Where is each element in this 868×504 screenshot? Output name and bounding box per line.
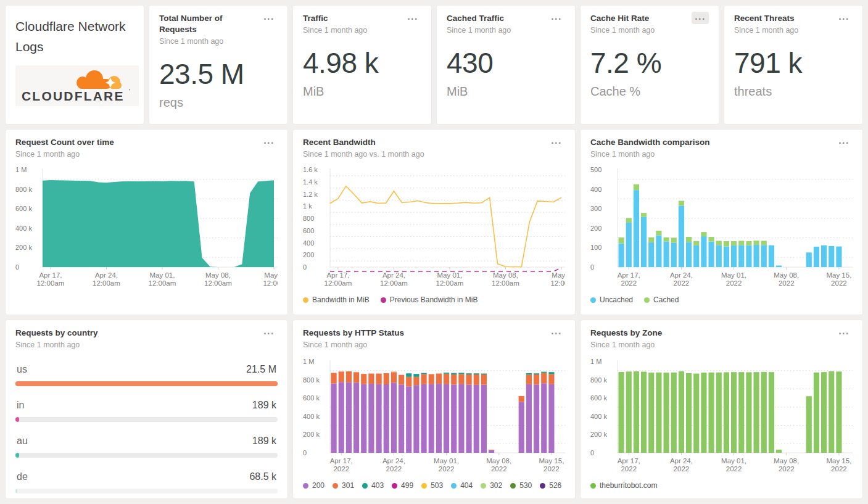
panel-cache-bandwidth: Cache Bandwidth comparison Since 1 month… — [580, 129, 863, 315]
panel-title: Cache Bandwidth comparison — [590, 137, 710, 148]
svg-text:Apr 17,2022: Apr 17,2022 — [618, 457, 640, 473]
legend-item[interactable]: 524 — [303, 498, 324, 499]
svg-text:200 k: 200 k — [303, 431, 320, 439]
svg-text:Apr 17,2022: Apr 17,2022 — [330, 457, 353, 473]
more-options-button[interactable]: ... — [548, 136, 565, 148]
more-options-button[interactable]: ... — [404, 12, 421, 24]
svg-text:300: 300 — [590, 205, 601, 212]
legend-label: Cached — [653, 295, 679, 304]
card-subtitle: Since 1 month ago — [303, 26, 367, 35]
panel-subtitle: Since 1 month ago vs. 1 month ago — [303, 150, 424, 159]
country-bar-fill — [15, 381, 278, 386]
requests-by-zone-canvas: 1 M800 k600 k400 k200 k0Apr 17,2022Apr 2… — [590, 357, 853, 477]
svg-text:600 k: 600 k — [590, 394, 607, 402]
chart-legend: theburritobot.com — [590, 481, 853, 490]
country-value: 21.5 M — [246, 364, 276, 375]
country-bar-track — [15, 453, 278, 458]
svg-text:600 k: 600 k — [303, 394, 320, 402]
legend-item[interactable]: 499 — [392, 481, 413, 490]
svg-text:May 08,12:00am: May 08,12:00am — [204, 271, 232, 287]
card-subtitle: Since 1 month ago — [590, 26, 655, 35]
http-status-chart: 1 M800 k600 k400 k200 k0Apr 17,2022Apr 2… — [303, 357, 565, 477]
country-bar-track — [15, 381, 278, 386]
legend-item[interactable]: Uncached — [590, 295, 633, 304]
svg-text:0: 0 — [15, 263, 19, 271]
svg-text:800 k: 800 k — [590, 376, 607, 384]
country-label: de — [17, 471, 28, 482]
stat-card-cache-hit-rate: Cache Hit Rate Since 1 month ago ... 7.2… — [580, 5, 719, 125]
country-label: au — [17, 436, 28, 447]
more-options-button[interactable]: ... — [692, 12, 709, 24]
more-options-button[interactable]: ... — [260, 12, 278, 24]
card-subtitle: Since 1 month ago — [159, 37, 260, 46]
country-label: in — [17, 400, 24, 411]
legend-dot-icon — [644, 297, 650, 303]
svg-text:1.2 k: 1.2 k — [303, 191, 318, 198]
cloudflare-logo: CLOUDFLARE ' — [15, 65, 139, 106]
stat-unit: MiB — [447, 85, 565, 99]
svg-text:May 08,2022: May 08,2022 — [486, 457, 511, 473]
svg-text:600 k: 600 k — [15, 205, 32, 212]
more-options-button[interactable]: ... — [835, 136, 853, 148]
legend-item[interactable]: 301 — [333, 481, 354, 490]
svg-text:600: 600 — [303, 227, 314, 234]
legend-item[interactable]: Cached — [644, 295, 679, 304]
svg-text:1.6 k: 1.6 k — [303, 166, 318, 173]
legend-item[interactable]: 530 — [510, 481, 532, 490]
legend-dot-icon — [451, 483, 457, 489]
legend-item[interactable]: theburritobot.com — [590, 481, 657, 490]
legend-item[interactable]: 526 — [540, 481, 561, 490]
stat-card-total-requests: Total Number of Requests Since 1 month a… — [149, 5, 288, 125]
legend-item[interactable]: 200 — [303, 481, 324, 490]
svg-text:Apr 17,2022: Apr 17,2022 — [618, 271, 640, 287]
panel-subtitle: Since 1 month ago — [590, 341, 662, 349]
stat-row: Cloudflare Network Logs CLOUDFLARE ' Tot… — [5, 5, 863, 125]
svg-text:May 01,12:00am: May 01,12:00am — [436, 271, 464, 287]
legend-label: 302 — [490, 481, 502, 490]
legend-item[interactable]: 503 — [421, 481, 443, 490]
panel-title: Recent Bandwidth — [303, 137, 424, 148]
more-options-button[interactable]: ... — [835, 12, 853, 24]
more-options-button[interactable]: ... — [260, 136, 278, 148]
panel-subtitle: Since 1 month ago — [15, 341, 98, 349]
more-options-button[interactable]: ... — [835, 326, 853, 339]
more-options-button[interactable]: ... — [548, 12, 565, 24]
chart-row-2: Requests by country Since 1 month ago ..… — [5, 320, 863, 499]
card-title: Cache Hit Rate — [590, 13, 655, 24]
country-bar-track — [15, 417, 278, 422]
legend-dot-icon — [510, 483, 516, 489]
legend-item[interactable]: Previous Bandwidth in MiB — [381, 295, 478, 304]
panel-requests-by-country: Requests by country Since 1 month ago ..… — [5, 320, 288, 499]
legend-label: Bandwidth in MiB — [312, 295, 370, 304]
svg-text:May 01,2022: May 01,2022 — [721, 271, 746, 287]
stat-value: 791 k — [734, 48, 853, 78]
request-count-chart: 1 M800 k600 k400 k200 k0Apr 17,12:00amAp… — [15, 165, 278, 292]
stat-unit: reqs — [159, 96, 278, 110]
legend-item[interactable]: Bandwidth in MiB — [303, 295, 370, 304]
svg-text:Apr 17,12:00am: Apr 17,12:00am — [324, 271, 352, 287]
legend-item[interactable]: 404 — [451, 481, 473, 490]
svg-text:0: 0 — [590, 263, 594, 271]
more-options-button[interactable]: ... — [548, 326, 565, 339]
svg-text:Apr 24,12:00am: Apr 24,12:00am — [93, 271, 120, 287]
legend-item[interactable]: 302 — [481, 481, 502, 490]
legend-label: Uncached — [600, 295, 633, 304]
more-options-button[interactable]: ... — [260, 326, 278, 339]
svg-text:400 k: 400 k — [590, 413, 607, 420]
cache-bandwidth-comparison-canvas: 5004003002001000Apr 17,2022Apr 24,2022Ma… — [590, 165, 853, 292]
stat-card-traffic: Traffic Since 1 month ago ... 4.98 k MiB — [292, 5, 432, 125]
legend-item[interactable]: 403 — [362, 481, 384, 490]
country-row: de68.5 k — [15, 471, 278, 494]
card-subtitle: Since 1 month ago — [734, 26, 798, 35]
stat-unit: MiB — [303, 85, 421, 99]
svg-text:400 k: 400 k — [303, 413, 320, 420]
country-row: in189 k — [15, 400, 278, 422]
svg-text:May 08,2022: May 08,2022 — [774, 457, 799, 473]
svg-text:May 01,2022: May 01,2022 — [434, 457, 459, 473]
svg-text:800 k: 800 k — [303, 376, 320, 384]
svg-text:0: 0 — [303, 263, 307, 271]
country-list: us21.5 Min189 kau189 kde68.5 k — [15, 364, 278, 494]
legend-dot-icon — [303, 297, 308, 303]
svg-text:100: 100 — [590, 244, 601, 252]
legend-dot-icon — [481, 483, 486, 489]
